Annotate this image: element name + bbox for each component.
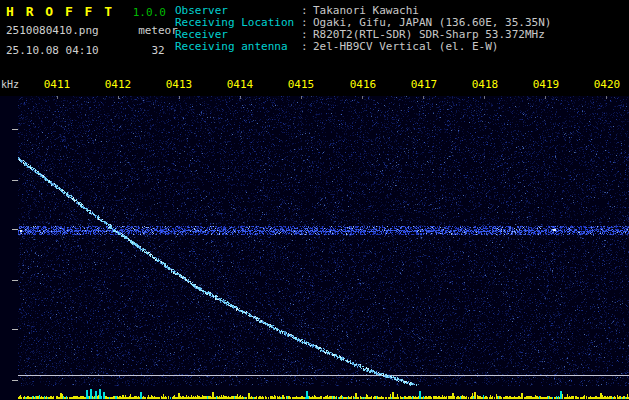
output-filename: 2510080410.png	[6, 24, 136, 44]
x-tick-label: 0413	[166, 78, 193, 91]
x-tick-label: 0419	[533, 78, 560, 91]
header-left: H R O F F T 1.0.0 2510080410.png meteor …	[6, 4, 180, 64]
spectrogram-canvas	[0, 96, 629, 400]
file-row: 2510080410.png meteor	[6, 24, 180, 44]
y-axis-unit: kHz	[1, 79, 19, 90]
info-colon: :	[301, 41, 313, 53]
x-tick-label: 0416	[350, 78, 377, 91]
app-title: H R O F F T	[6, 4, 114, 19]
hrofft-output: H R O F F T 1.0.0 2510080410.png meteor …	[0, 0, 629, 400]
x-tick-label: 0417	[411, 78, 438, 91]
title-row: H R O F F T 1.0.0	[6, 4, 180, 24]
x-tick-label: 0411	[44, 78, 71, 91]
x-tick-label: 0415	[288, 78, 315, 91]
header: H R O F F T 1.0.0 2510080410.png meteor …	[0, 0, 629, 74]
datetime-label: 25.10.08 04:10	[6, 44, 136, 64]
mode-label: meteor	[136, 24, 180, 44]
station-info: Observer : Takanori Kawachi Receiving Lo…	[175, 5, 551, 53]
x-tick-label: 0418	[472, 78, 499, 91]
info-row-antenna: Receiving antenna : 2el-HB9CV Vertical (…	[175, 41, 551, 53]
time-row: 25.10.08 04:10 32	[6, 44, 180, 64]
echo-count: 32	[136, 44, 180, 64]
info-label: Receiving antenna	[175, 41, 301, 53]
x-tick-label: 0420	[594, 78, 621, 91]
x-tick-label: 0414	[227, 78, 254, 91]
info-value: 2el-HB9CV Vertical (el. E-W)	[313, 41, 498, 53]
x-tick-label: 0412	[105, 78, 132, 91]
app-version: 1.0.0	[133, 6, 166, 19]
